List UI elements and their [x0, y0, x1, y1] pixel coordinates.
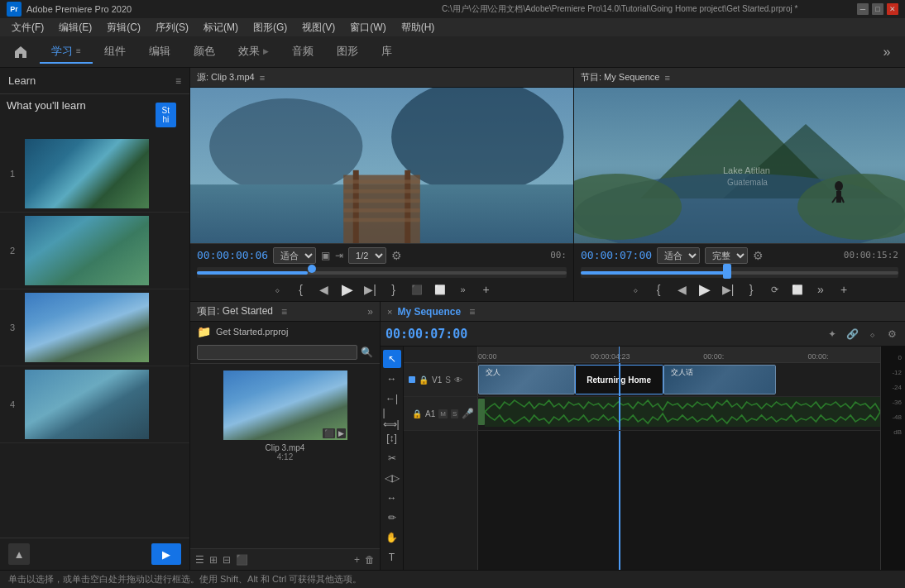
- home-button[interactable]: [8, 40, 33, 65]
- tab-libraries[interactable]: 库: [370, 41, 404, 64]
- menu-marker[interactable]: 标记(M): [197, 19, 245, 36]
- tab-graphics[interactable]: 图形: [325, 41, 370, 64]
- menu-window[interactable]: 窗口(W): [343, 19, 392, 36]
- project-menu-icon[interactable]: ≡: [281, 306, 287, 318]
- next-button[interactable]: ▶: [151, 543, 181, 565]
- pg-add[interactable]: +: [836, 281, 852, 298]
- play-button[interactable]: ▶: [339, 281, 356, 298]
- freeform-view-button[interactable]: ⊟: [223, 554, 231, 566]
- a1-record-icon[interactable]: 🎤: [462, 408, 474, 419]
- pg-play[interactable]: ▶: [697, 281, 713, 298]
- rolling-edit-tool[interactable]: |⟺|: [383, 409, 401, 428]
- more-controls-button[interactable]: +: [478, 281, 495, 298]
- tab-assembly[interactable]: 组件: [93, 41, 137, 64]
- mark-out-button[interactable]: }: [385, 281, 402, 298]
- new-item-button[interactable]: +: [354, 554, 360, 566]
- main-area: Learn ≡ What you'll learn Sthi 1 2 3: [0, 68, 905, 570]
- a1-lock-button[interactable]: 🔒: [412, 409, 422, 418]
- rate-stretch-tool[interactable]: [↕]: [383, 429, 401, 447]
- program-fit-dropdown[interactable]: 适合: [657, 247, 700, 264]
- menu-help[interactable]: 帮助(H): [395, 19, 442, 36]
- tl-marker-button[interactable]: ⬦: [864, 326, 880, 342]
- menu-view[interactable]: 视图(V): [295, 19, 342, 36]
- video-clip-1[interactable]: 交人: [478, 365, 575, 394]
- maximize-button[interactable]: □: [872, 3, 883, 15]
- mark-in-button[interactable]: {: [293, 281, 309, 298]
- program-quality-dropdown[interactable]: 完整: [705, 247, 748, 264]
- menu-file[interactable]: 文件(F): [5, 19, 50, 36]
- v1-lock-button[interactable]: 🔒: [419, 375, 429, 385]
- sequence-menu-icon[interactable]: ≡: [469, 306, 475, 318]
- close-sequence-button[interactable]: ×: [387, 307, 392, 317]
- v1-eye-button[interactable]: 👁: [454, 375, 462, 385]
- pg-step-fwd[interactable]: ▶|: [720, 281, 736, 298]
- v1-sync-button[interactable]: S: [445, 375, 451, 385]
- overwrite-button[interactable]: ⬜: [432, 281, 448, 298]
- sort-button[interactable]: ⬛: [236, 554, 248, 566]
- step-back-button[interactable]: ◀: [316, 281, 333, 298]
- source-menu-icon[interactable]: ≡: [260, 73, 265, 83]
- tl-settings-button[interactable]: ⚙: [883, 326, 900, 342]
- step-fwd-button[interactable]: ▶|: [362, 281, 379, 298]
- svg-text:Guatemala: Guatemala: [727, 178, 768, 187]
- bottom-area: 项目: Get Started ≡ » 📁 Get Started.prproj…: [190, 302, 905, 570]
- tl-snap-button[interactable]: ✦: [824, 326, 840, 342]
- pg-export[interactable]: ⬜: [789, 281, 806, 298]
- minimize-button[interactable]: ─: [857, 3, 869, 15]
- tab-edit[interactable]: 编辑: [137, 41, 182, 64]
- video-clip-2[interactable]: 交人话: [663, 365, 776, 394]
- a1-mute-button[interactable]: M: [438, 409, 448, 418]
- hand-tool[interactable]: ✋: [383, 528, 401, 547]
- pg-mark-out[interactable]: }: [743, 281, 759, 298]
- add-marker-button[interactable]: ⬦: [270, 281, 286, 298]
- program-menu-icon[interactable]: ≡: [664, 73, 669, 83]
- svg-rect-24: [485, 397, 880, 427]
- delete-item-button[interactable]: 🗑: [365, 554, 375, 566]
- project-expand-icon[interactable]: »: [367, 306, 373, 318]
- icon-view-button[interactable]: ⊞: [209, 554, 218, 566]
- source-settings-icon[interactable]: ⚙: [391, 249, 402, 262]
- list-view-button[interactable]: ☰: [195, 554, 204, 566]
- tab-color[interactable]: 颜色: [182, 41, 227, 64]
- prev-button[interactable]: ▲: [8, 543, 30, 565]
- search-icon[interactable]: 🔍: [361, 347, 373, 358]
- a1-solo-button[interactable]: S: [451, 409, 458, 418]
- menu-graphics[interactable]: 图形(G): [247, 19, 294, 36]
- pg-more[interactable]: »: [812, 281, 829, 298]
- pg-mark-in[interactable]: {: [650, 281, 667, 298]
- title-clip-returning-home[interactable]: Returning Home: [575, 365, 663, 394]
- ripple-edit-tool[interactable]: ←|: [383, 390, 401, 408]
- tab-audio[interactable]: 音频: [280, 41, 325, 64]
- source-scrubber[interactable]: [197, 267, 567, 279]
- export-button[interactable]: »: [455, 281, 472, 298]
- program-scrubber[interactable]: [581, 267, 898, 279]
- tab-learn[interactable]: 学习 ≡: [40, 41, 93, 64]
- source-quality-dropdown[interactable]: 1/2: [348, 247, 386, 264]
- slide-tool[interactable]: ↔: [383, 489, 401, 507]
- track-select-tool[interactable]: ↔: [383, 370, 401, 388]
- search-input[interactable]: [197, 345, 357, 360]
- pg-loop[interactable]: ⟳: [766, 281, 783, 298]
- source-fit-dropdown[interactable]: 适合: [273, 247, 316, 264]
- menu-edit[interactable]: 编辑(E): [52, 19, 98, 36]
- title-bar: Pr Adobe Premiere Pro 2020 C:\用户\公用\公用文档…: [0, 0, 905, 18]
- pen-tool[interactable]: ✏: [383, 509, 401, 527]
- selection-tool[interactable]: ↖: [383, 350, 401, 368]
- menu-clip[interactable]: 剪辑(C): [100, 19, 147, 36]
- pg-step-back[interactable]: ◀: [673, 281, 690, 298]
- program-settings-icon[interactable]: ⚙: [753, 249, 764, 262]
- learn-start-button[interactable]: Sthi: [156, 103, 176, 127]
- type-tool[interactable]: T: [383, 548, 401, 566]
- tl-link-button[interactable]: 🔗: [844, 326, 860, 342]
- more-tabs-button[interactable]: »: [877, 42, 897, 62]
- tab-effects[interactable]: 效果 ▶: [227, 41, 280, 64]
- source-preview: [190, 88, 573, 243]
- close-button[interactable]: ✕: [887, 3, 898, 15]
- razor-tool[interactable]: ✂: [383, 449, 401, 467]
- menu-sequence[interactable]: 序列(S): [149, 19, 195, 36]
- track-row-a1: 🔒 A1 M S 🎤: [404, 397, 880, 431]
- learn-menu-icon[interactable]: ≡: [175, 75, 181, 87]
- pg-add-marker[interactable]: ⬦: [627, 281, 644, 298]
- slip-tool[interactable]: ◁▷: [383, 469, 401, 487]
- insert-button[interactable]: ⬛: [409, 281, 425, 298]
